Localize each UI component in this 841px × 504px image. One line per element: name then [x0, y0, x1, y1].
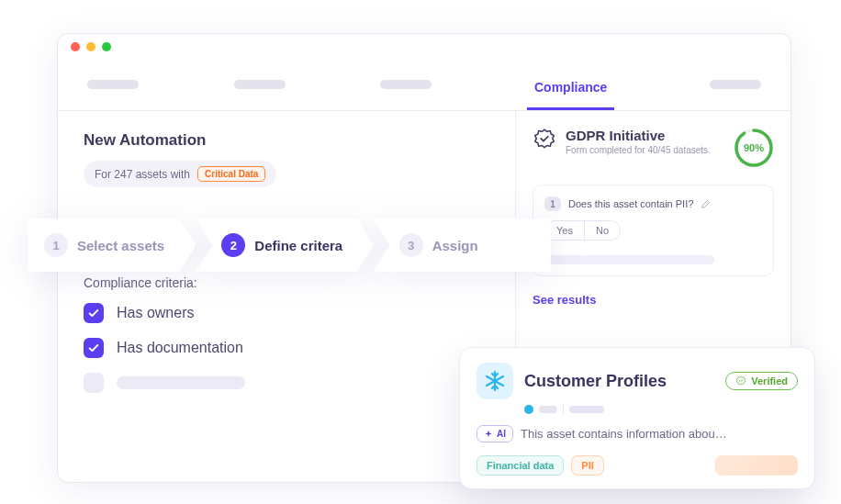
question-card: 1 Does this asset contain PII? Yes No	[533, 185, 774, 276]
criteria-placeholder	[117, 376, 245, 389]
skeleton-line	[544, 255, 714, 264]
tab-placeholder[interactable]	[380, 80, 432, 89]
gdpr-title: GDPR Initiative	[566, 128, 711, 143]
verified-badge: Verified	[725, 372, 798, 390]
maximize-window-button[interactable]	[102, 42, 111, 51]
asset-meta-row	[524, 405, 798, 414]
ai-summary-row: AI This asset contains information abou…	[477, 425, 798, 442]
ai-chip: AI	[477, 425, 513, 442]
step-label: Define critera	[254, 238, 342, 253]
yes-button[interactable]: Yes	[545, 221, 585, 240]
edit-icon[interactable]	[701, 199, 711, 209]
close-window-button[interactable]	[71, 42, 80, 51]
question-number: 1	[544, 196, 561, 211]
meta-separator	[563, 405, 564, 414]
tab-bar: Compliance	[58, 60, 791, 111]
step-define-criteria[interactable]: 2 Define critera	[196, 218, 373, 272]
criteria-label: Has documentation	[117, 340, 243, 356]
step-assign[interactable]: 3 Assign	[374, 218, 551, 272]
verified-label: Verified	[751, 375, 788, 386]
automation-title: New Automation	[84, 131, 489, 150]
criteria-section: Compliance criteria: Has owners Has docu…	[84, 275, 489, 393]
step-label: Select assets	[77, 238, 164, 253]
step-select-assets[interactable]: 1 Select assets	[28, 218, 196, 272]
asset-title: Customer Profiles	[524, 372, 667, 391]
source-dot-icon	[524, 405, 533, 414]
window-titlebar	[58, 34, 791, 60]
criteria-row-empty[interactable]	[84, 373, 489, 393]
see-results-link[interactable]: See results	[533, 293, 774, 307]
snowflake-icon	[477, 363, 513, 399]
criteria-label: Has owners	[117, 305, 194, 321]
meta-placeholder	[539, 406, 557, 413]
certificate-icon	[533, 128, 556, 151]
progress-percent: 90%	[734, 128, 774, 168]
tab-placeholder[interactable]	[710, 80, 761, 89]
tab-placeholder[interactable]	[87, 80, 139, 89]
meta-placeholder	[569, 406, 604, 413]
question-text: Does this asset contain PII?	[568, 198, 693, 209]
criteria-row-owners[interactable]: Has owners	[84, 303, 489, 323]
asset-tags: Financial data PII	[477, 455, 798, 476]
criteria-row-documentation[interactable]: Has documentation	[84, 338, 489, 358]
tab-placeholder[interactable]	[234, 80, 286, 89]
step-label: Assign	[432, 238, 478, 253]
asset-card: Customer Profiles Verified AI This asset…	[459, 347, 815, 489]
checkbox-checked-icon[interactable]	[84, 303, 104, 323]
asset-scope-prefix: For 247 assets with	[95, 168, 190, 181]
ai-label: AI	[497, 429, 506, 439]
no-button[interactable]: No	[585, 221, 620, 240]
minimize-window-button[interactable]	[86, 42, 95, 51]
yes-no-toggle: Yes No	[544, 220, 621, 241]
tag-placeholder	[715, 455, 798, 476]
checkbox-empty-icon[interactable]	[84, 373, 104, 393]
critical-data-tag: Critical Data	[197, 166, 265, 182]
tag-financial-data[interactable]: Financial data	[477, 455, 564, 476]
asset-scope-chip[interactable]: For 247 assets with Critical Data	[84, 161, 276, 187]
tab-compliance[interactable]: Compliance	[527, 71, 614, 110]
checkbox-checked-icon[interactable]	[84, 338, 104, 358]
step-number: 1	[44, 233, 68, 257]
step-number: 2	[221, 233, 245, 257]
ai-summary-text: This asset contains information abou…	[521, 427, 727, 441]
tag-pii[interactable]: PII	[571, 455, 603, 476]
stepper-nav: 1 Select assets 2 Define critera 3 Assig…	[28, 218, 551, 272]
gdpr-header: GDPR Initiative Form completed for 40/45…	[533, 128, 774, 168]
progress-ring: 90%	[734, 128, 774, 168]
criteria-heading: Compliance criteria:	[84, 275, 489, 290]
step-number: 3	[399, 233, 423, 257]
gdpr-subtitle: Form completed for 40/45 datasets.	[566, 145, 711, 155]
